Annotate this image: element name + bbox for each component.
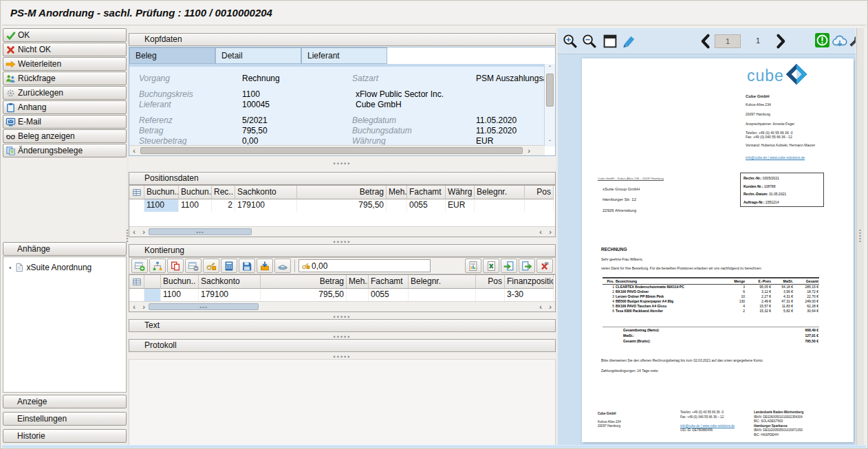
column-header[interactable]: Belegnr.: [409, 275, 476, 289]
right-collapse-strip[interactable]: •••••: [856, 28, 864, 446]
kopfdaten-horizontal-scrollbar[interactable]: ‹ ›: [129, 145, 545, 155]
splitter-handle-icon[interactable]: •••••: [859, 229, 862, 243]
section-splitter[interactable]: •••••: [129, 160, 556, 167]
scrollbar-thumb[interactable]: [546, 74, 554, 107]
table-cell[interactable]: 1100: [179, 199, 212, 212]
row-selector-cell[interactable]: [129, 199, 144, 212]
action-button-weiterleiten[interactable]: Weiterleiten: [3, 57, 127, 71]
scroll-up-icon[interactable]: ˆ: [545, 64, 555, 72]
tab-detail[interactable]: Detail: [215, 47, 301, 64]
scroll-left-icon[interactable]: ‹: [536, 303, 545, 311]
action-button-anhang[interactable]: Anhang: [3, 100, 127, 114]
column-header[interactable]: Meh..: [347, 275, 369, 289]
column-header[interactable]: Währg: [446, 186, 475, 199]
scrollbar-thumb[interactable]: •••: [149, 228, 252, 235]
table-row[interactable]: 110011002179100795,500055EUR: [129, 199, 555, 212]
table-cell[interactable]: 795,50: [261, 289, 347, 301]
scrollbar-thumb[interactable]: •••: [149, 303, 259, 310]
export-file-button[interactable]: [519, 259, 535, 273]
column-header[interactable]: Buchun..: [144, 186, 179, 199]
scroll-left-icon[interactable]: ‹: [129, 146, 139, 155]
attachments-header-button[interactable]: Anhänge: [3, 242, 127, 256]
action-button-r-ckfrage[interactable]: Rückfrage: [3, 72, 127, 85]
table-settings-cell[interactable]: [129, 275, 144, 289]
previous-page-icon[interactable]: [697, 33, 714, 50]
column-header[interactable]: Fachamt: [369, 275, 409, 289]
table-cell[interactable]: 0055: [407, 199, 446, 212]
cloud-download-icon[interactable]: [832, 33, 848, 50]
table-cell[interactable]: [476, 289, 505, 301]
amount-field[interactable]: 0,00: [299, 259, 431, 272]
insert-template-button[interactable]: [257, 259, 273, 273]
scroll-left-icon[interactable]: ‹: [536, 228, 545, 236]
table-cell[interactable]: [347, 289, 369, 301]
attachment-item[interactable]: • xSuite Anordnung: [3, 257, 126, 272]
column-header[interactable]: Sachkonto: [199, 275, 261, 289]
column-header[interactable]: Betrag: [261, 275, 347, 289]
scroll-left-icon[interactable]: ‹: [129, 303, 139, 311]
column-header[interactable]: Buchun..: [179, 186, 212, 199]
column-header[interactable]: Pos: [476, 275, 505, 289]
status-alert-icon[interactable]: [815, 33, 829, 47]
table-row[interactable]: 1100179100795,5000553-30: [129, 289, 555, 301]
calculator-button[interactable]: [221, 259, 237, 273]
table-cell[interactable]: [387, 199, 407, 212]
next-page-icon[interactable]: [772, 33, 789, 50]
row-selector-cell[interactable]: [144, 289, 161, 301]
column-header[interactable]: Fachamt: [407, 186, 446, 199]
column-header[interactable]: Rec..: [212, 186, 235, 199]
column-header[interactable]: Finanzposition: [505, 275, 554, 289]
scroll-right-icon[interactable]: ›: [545, 228, 555, 236]
delete-assignment-button[interactable]: [536, 259, 553, 273]
scroll-right-icon[interactable]: ›: [545, 303, 555, 311]
action-button-e-mail[interactable]: E-Mail: [3, 115, 127, 129]
table-cell[interactable]: [475, 199, 525, 212]
excel-export-button[interactable]: [483, 259, 499, 273]
highlighter-icon[interactable]: [621, 33, 638, 50]
anzeige-button[interactable]: Anzeige: [3, 395, 127, 408]
table-cell[interactable]: 179100: [199, 289, 261, 301]
distribute-button[interactable]: [149, 259, 166, 273]
action-button-zur-cklegen[interactable]: Zurücklegen: [3, 86, 127, 100]
scroll-right-icon[interactable]: ›: [524, 146, 534, 155]
column-header[interactable]: Buchun..: [161, 275, 199, 289]
action-button--nderungsbelege[interactable]: Änderungsbelege: [3, 144, 127, 157]
historie-button[interactable]: Historie: [3, 429, 127, 443]
action-button-nicht-ok[interactable]: Nicht OK: [3, 43, 127, 56]
zoom-out-icon[interactable]: [581, 33, 598, 50]
table-cell[interactable]: [409, 289, 476, 301]
scroll-left-icon[interactable]: ‹: [129, 228, 139, 236]
scroll-right-icon[interactable]: ›: [139, 228, 149, 236]
column-header[interactable]: Pos: [525, 186, 554, 199]
table-cell[interactable]: 2: [212, 199, 235, 212]
page-number-input[interactable]: 1: [715, 34, 741, 48]
action-button-beleg-anzeigen[interactable]: Beleg anzeigen: [3, 129, 127, 143]
einstellungen-button[interactable]: Einstellungen: [3, 412, 127, 426]
zoom-in-icon[interactable]: [562, 33, 578, 50]
copy-button[interactable]: [167, 259, 184, 273]
column-header[interactable]: Sachkonto: [235, 186, 297, 199]
action-button-ok[interactable]: OK: [3, 28, 127, 42]
tab-beleg[interactable]: Beleg: [129, 47, 215, 64]
column-header[interactable]: Meh..: [387, 186, 407, 199]
column-header[interactable]: Betrag: [297, 186, 387, 199]
table-cell[interactable]: 795,50: [297, 199, 387, 212]
scroll-down-icon[interactable]: ˇ: [545, 138, 555, 146]
table-cell[interactable]: 179100: [235, 199, 297, 212]
table-cell[interactable]: 1100: [161, 289, 199, 301]
row-selector-cell[interactable]: [144, 275, 161, 289]
table-cell[interactable]: 3-30: [505, 289, 554, 301]
add-row-button[interactable]: [131, 259, 148, 273]
report-button[interactable]: [465, 259, 481, 273]
fit-page-icon[interactable]: [602, 33, 618, 50]
remove-row-button[interactable]: [185, 259, 202, 273]
table-settings-cell[interactable]: [129, 186, 144, 199]
tab-lieferant[interactable]: Lieferant: [301, 47, 387, 64]
row-selector-cell[interactable]: [129, 289, 144, 301]
table-cell[interactable]: [525, 199, 554, 212]
simulate-button[interactable]: [274, 259, 291, 273]
table-horizontal-scrollbar[interactable]: ‹›•••‹›: [129, 226, 555, 237]
table-horizontal-scrollbar[interactable]: ‹›•••‹›: [129, 301, 555, 311]
import-file-button[interactable]: [501, 259, 517, 273]
column-header[interactable]: Belegnr.: [475, 186, 525, 199]
